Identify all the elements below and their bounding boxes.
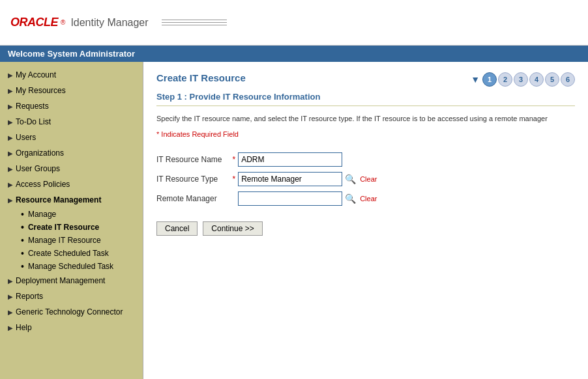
header-line-2 bbox=[162, 22, 227, 23]
app-layout: ▶ My Account ▶ My Resources ▶ Requests ▶… bbox=[0, 62, 588, 379]
sidebar-item-my-account[interactable]: ▶ My Account bbox=[0, 67, 143, 83]
sidebar-label-requests: Requests bbox=[16, 102, 49, 111]
sidebar-label-help: Help bbox=[16, 323, 32, 332]
description-text: Specify the IT resource name, and select… bbox=[156, 114, 575, 124]
sidebar-label-my-account: My Account bbox=[16, 70, 56, 79]
submenu-item-manage-scheduled-task[interactable]: Manage Scheduled Task bbox=[0, 260, 143, 273]
step-circle-1[interactable]: 1 bbox=[482, 72, 497, 87]
sidebar-item-todo-list[interactable]: ▶ To-Do List bbox=[0, 114, 143, 130]
field-it-resource-type-wrapper: * 🔍 Clear bbox=[232, 172, 377, 186]
sidebar-label-resource-management: Resource Management bbox=[16, 195, 101, 204]
step-circle-4[interactable]: 4 bbox=[529, 72, 544, 87]
field-remote-manager-cell: * 🔍 Clear bbox=[232, 191, 377, 206]
required-note: * Indicates Required Field bbox=[156, 130, 575, 138]
required-star-it-resource-type: * bbox=[232, 175, 235, 184]
cancel-button[interactable]: Cancel bbox=[156, 221, 198, 236]
chevron-right-icon: ▶ bbox=[8, 134, 13, 141]
sidebar-item-reports[interactable]: ▶ Reports bbox=[0, 288, 143, 304]
submenu-item-create-scheduled-task[interactable]: Create Scheduled Task bbox=[0, 247, 143, 260]
step-circle-5[interactable]: 5 bbox=[545, 72, 559, 87]
field-it-resource-type-cell: * 🔍 Clear bbox=[232, 172, 377, 186]
sidebar-label-user-groups: User Groups bbox=[16, 164, 60, 173]
submenu-item-manage-it-resource[interactable]: Manage IT Resource bbox=[0, 234, 143, 247]
oracle-logo: ORACLE® Identity Manager bbox=[10, 16, 149, 29]
sidebar-item-help[interactable]: ▶ Help bbox=[0, 320, 143, 335]
sidebar-item-organizations[interactable]: ▶ Organizations bbox=[0, 145, 143, 161]
header: ORACLE® Identity Manager bbox=[0, 0, 588, 46]
header-line-1 bbox=[162, 20, 227, 20]
chevron-right-icon: ▶ bbox=[8, 165, 13, 173]
required-star-it-resource-name: * bbox=[232, 155, 235, 164]
step-circle-3[interactable]: 3 bbox=[514, 72, 528, 87]
sidebar-item-generic-technology-connector[interactable]: ▶ Generic Technology Connector bbox=[0, 304, 143, 320]
welcome-text: Welcome System Administrator bbox=[8, 49, 135, 59]
step-circle-6[interactable]: 6 bbox=[561, 72, 575, 87]
main-content: Create IT Resource ▼ 1 2 3 4 5 6 Step 1 … bbox=[143, 62, 588, 379]
chevron-right-icon: ▶ bbox=[8, 103, 13, 110]
product-name: Identity Manager bbox=[70, 17, 148, 29]
submenu-item-create-it-resource[interactable]: Create IT Resource bbox=[0, 221, 143, 234]
form-row-it-resource-type: IT Resource Type * 🔍 Clear bbox=[156, 172, 377, 186]
submenu-item-manage[interactable]: Manage bbox=[0, 208, 143, 221]
steps-container: ▼ 1 2 3 4 5 6 bbox=[471, 72, 575, 87]
resource-management-submenu: Manage Create IT Resource Manage IT Reso… bbox=[0, 208, 143, 273]
sidebar-item-my-resources[interactable]: ▶ My Resources bbox=[0, 83, 143, 98]
remote-manager-input[interactable] bbox=[238, 191, 342, 206]
button-row: Cancel Continue >> bbox=[156, 221, 575, 236]
it-resource-type-input[interactable] bbox=[238, 172, 342, 186]
chevron-right-icon: ▶ bbox=[8, 293, 13, 300]
sidebar-item-user-groups[interactable]: ▶ User Groups bbox=[0, 161, 143, 176]
sidebar-label-users: Users bbox=[16, 133, 36, 142]
page-title: Create IT Resource bbox=[156, 72, 246, 83]
chevron-right-icon: ▶ bbox=[8, 197, 13, 204]
field-remote-manager-wrapper: * 🔍 Clear bbox=[232, 191, 377, 206]
sidebar-label-my-resources: My Resources bbox=[16, 86, 66, 95]
oracle-wordmark: ORACLE bbox=[10, 16, 58, 29]
chevron-right-icon: ▶ bbox=[8, 324, 13, 331]
clear-link-it-resource-type[interactable]: Clear bbox=[360, 175, 377, 183]
label-remote-manager: Remote Manager bbox=[156, 191, 232, 206]
header-line-3 bbox=[162, 25, 227, 25]
form-row-it-resource-name: IT Resource Name * bbox=[156, 152, 377, 167]
required-note-text: Indicates Required Field bbox=[161, 130, 239, 138]
continue-button[interactable]: Continue >> bbox=[203, 221, 262, 236]
it-resource-name-input[interactable] bbox=[238, 152, 342, 167]
sidebar-item-users[interactable]: ▶ Users bbox=[0, 130, 143, 145]
sidebar: ▶ My Account ▶ My Resources ▶ Requests ▶… bbox=[0, 62, 143, 379]
registered-symbol: ® bbox=[61, 19, 65, 26]
step-title: Step 1 : Provide IT Resource Information bbox=[156, 92, 575, 106]
sidebar-item-deployment-management[interactable]: ▶ Deployment Management bbox=[0, 273, 143, 288]
chevron-right-icon: ▶ bbox=[8, 309, 13, 316]
chevron-right-icon: ▶ bbox=[8, 277, 13, 285]
header-decoration bbox=[162, 20, 227, 25]
sidebar-label-access-policies: Access Policies bbox=[16, 180, 70, 189]
sidebar-label-organizations: Organizations bbox=[16, 148, 64, 158]
required-star: * bbox=[156, 130, 159, 138]
label-it-resource-type: IT Resource Type bbox=[156, 172, 232, 186]
sidebar-item-access-policies[interactable]: ▶ Access Policies bbox=[0, 176, 143, 192]
welcome-bar: Welcome System Administrator bbox=[0, 46, 588, 62]
step-circle-2[interactable]: 2 bbox=[498, 72, 512, 87]
chevron-right-icon: ▶ bbox=[8, 119, 13, 126]
chevron-right-icon: ▶ bbox=[8, 87, 13, 94]
form-table: IT Resource Name * IT Resource Type bbox=[156, 147, 377, 211]
chevron-right-icon: ▶ bbox=[8, 150, 13, 157]
clear-link-remote-manager[interactable]: Clear bbox=[360, 195, 377, 203]
sidebar-item-requests[interactable]: ▶ Requests bbox=[0, 98, 143, 114]
search-icon-it-resource-type[interactable]: 🔍 bbox=[345, 174, 356, 184]
sidebar-label-deployment-management: Deployment Management bbox=[16, 276, 105, 285]
search-icon-remote-manager[interactable]: 🔍 bbox=[345, 193, 356, 204]
sidebar-label-todo-list: To-Do List bbox=[16, 117, 51, 126]
sidebar-item-resource-management[interactable]: ▶ Resource Management bbox=[0, 192, 143, 208]
form-row-remote-manager: Remote Manager * 🔍 Clear bbox=[156, 191, 377, 206]
chevron-right-icon: ▶ bbox=[8, 181, 13, 188]
steps-arrow-icon: ▼ bbox=[471, 74, 480, 85]
sidebar-label-reports: Reports bbox=[16, 292, 43, 301]
label-it-resource-name: IT Resource Name bbox=[156, 152, 232, 167]
field-it-resource-name-cell: * bbox=[232, 152, 377, 167]
sidebar-label-generic-technology-connector: Generic Technology Connector bbox=[16, 307, 123, 316]
chevron-right-icon: ▶ bbox=[8, 72, 13, 79]
step-circles: 1 2 3 4 5 6 bbox=[482, 72, 575, 87]
field-it-resource-name-wrapper: * bbox=[232, 152, 377, 167]
